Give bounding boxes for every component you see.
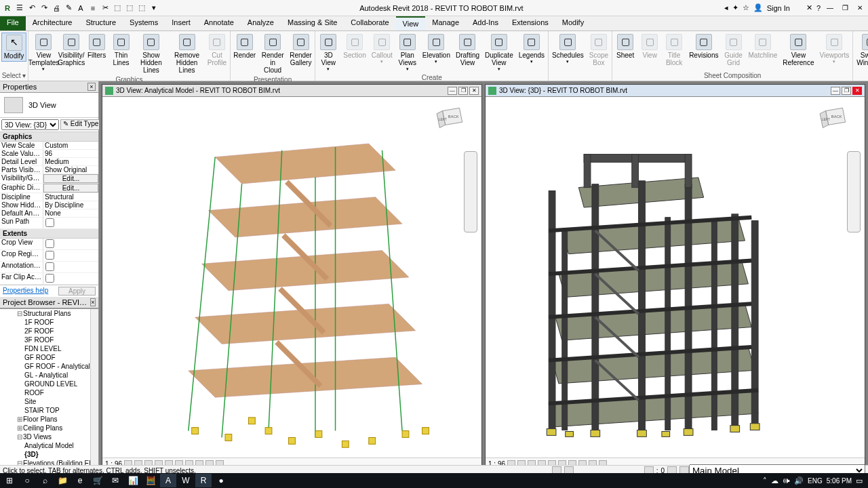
- edge-button[interactable]: e: [72, 474, 88, 487]
- prop-checkbox[interactable]: [45, 239, 54, 248]
- tab-architecture[interactable]: Architecture: [26, 16, 79, 30]
- signin-label[interactable]: Sign In: [767, 4, 790, 12]
- prop-row[interactable]: Crop Region V...: [0, 250, 98, 262]
- ribbon-btn-2-7[interactable]: ▢Legends▾: [517, 33, 547, 66]
- tree-item[interactable]: 2F ROOF: [8, 327, 98, 336]
- tree-item[interactable]: GL - Analytical: [8, 371, 98, 380]
- view-3d-canvas[interactable]: BACKLEFT: [486, 97, 865, 458]
- instance-selector[interactable]: 3D View: {3D}: [1, 119, 59, 130]
- prop-value[interactable]: By Discipline: [43, 201, 98, 209]
- tray-net-icon[interactable]: 🕪: [783, 476, 790, 485]
- ribbon-btn-3-0[interactable]: ▢Schedules▾: [550, 33, 586, 66]
- word-button[interactable]: W: [178, 474, 194, 487]
- prop-checkbox[interactable]: [45, 274, 54, 283]
- app-icon[interactable]: R: [3, 3, 12, 13]
- prop-row[interactable]: Far Clip Active: [0, 273, 98, 285]
- tree-item[interactable]: GF ROOF - Analytical: [8, 362, 98, 371]
- tree-item[interactable]: ⊞Floor Plans: [8, 415, 98, 424]
- tree-item[interactable]: GF ROOF: [8, 353, 98, 362]
- view-max-button[interactable]: ❐: [842, 87, 851, 95]
- tree-item[interactable]: Site: [8, 397, 98, 406]
- qat-open[interactable]: ☰: [15, 3, 24, 13]
- ribbon-btn-1-2[interactable]: ▢Render Gallery: [288, 33, 314, 68]
- star2-icon[interactable]: ☆: [743, 3, 749, 12]
- tab-extensions[interactable]: Extensions: [505, 16, 555, 30]
- view-min-button[interactable]: —: [831, 87, 840, 95]
- properties-help-link[interactable]: Properties help: [3, 287, 48, 296]
- qat-drop[interactable]: ▾: [149, 3, 159, 13]
- prop-value[interactable]: None: [43, 209, 98, 217]
- qat-11[interactable]: ⬚: [137, 3, 146, 13]
- navigation-bar[interactable]: [464, 151, 477, 232]
- prop-edit-button[interactable]: Edit...: [43, 174, 98, 183]
- tree-item[interactable]: {3D}: [8, 450, 98, 459]
- tab-analyze[interactable]: Analyze: [241, 16, 281, 30]
- tree-expand-icon[interactable]: ⊟: [16, 310, 23, 317]
- tab-view[interactable]: View: [396, 16, 426, 30]
- qat-align[interactable]: ≡: [88, 3, 98, 13]
- help-icon[interactable]: ?: [816, 4, 821, 12]
- tray-vol-icon[interactable]: 🔊: [794, 476, 804, 485]
- ribbon-btn-0-3[interactable]: ▢Thin Lines: [110, 33, 133, 68]
- tree-item[interactable]: GROUND LEVEL: [8, 380, 98, 388]
- qat-text[interactable]: A: [76, 3, 85, 13]
- prop-row[interactable]: Detail LevelMedium: [0, 158, 98, 166]
- view-min-button[interactable]: —: [448, 87, 457, 95]
- prop-value[interactable]: Custom: [43, 142, 98, 149]
- tree-expand-icon[interactable]: ⊞: [16, 424, 23, 432]
- browser-scrollbar[interactable]: [90, 309, 98, 473]
- tab-addins[interactable]: Add-Ins: [466, 16, 505, 30]
- prop-row[interactable]: Visibility/Grap...Edit...: [0, 174, 98, 184]
- system-tray[interactable]: ˄ ☁ 🕪 🔊 ENG 5:06 PM ▭: [763, 476, 867, 485]
- prop-row[interactable]: Parts VisibilityShow Original: [0, 166, 98, 174]
- tab-file[interactable]: File: [0, 16, 26, 30]
- search-button[interactable]: ⌕: [37, 474, 53, 487]
- tree-item[interactable]: 1F ROOF: [8, 318, 98, 327]
- ribbon-btn-4-0[interactable]: ▢Sheet: [614, 33, 637, 60]
- tab-modify[interactable]: Modify: [555, 16, 591, 30]
- tree-item[interactable]: ⊞Ceiling Plans: [8, 424, 98, 432]
- exchange-icon[interactable]: ✕: [806, 3, 812, 12]
- view-3d-titlebar[interactable]: 3D View: {3D} - REVIT TO ROBOT BIM.rvt —…: [486, 85, 865, 97]
- qat-undo[interactable]: ↶: [27, 3, 37, 13]
- prop-row[interactable]: Show Hidden ...By Discipline: [0, 201, 98, 209]
- tray-notif-icon[interactable]: ▭: [856, 476, 863, 485]
- ribbon-btn-0-0[interactable]: ▢View Templates▾: [30, 33, 58, 73]
- prop-row[interactable]: Crop View: [0, 239, 98, 250]
- qat-10[interactable]: ⬚: [125, 3, 134, 13]
- tree-item[interactable]: STAIR TOP: [8, 406, 98, 415]
- qat-redo[interactable]: ↷: [39, 3, 49, 13]
- edit-type-button[interactable]: ✎ Edit Type: [60, 119, 101, 130]
- prop-value[interactable]: Structural: [43, 193, 98, 201]
- project-browser[interactable]: ⊟Structural Plans1F ROOF2F ROOF3F ROOFFD…: [0, 308, 98, 473]
- tree-expand-icon[interactable]: ⊞: [16, 415, 23, 423]
- start-button[interactable]: ⊞: [1, 474, 18, 487]
- tab-massing[interactable]: Massing & Site: [281, 16, 344, 30]
- tree-item[interactable]: Analytical Model: [8, 441, 98, 450]
- view-max-button[interactable]: ❐: [458, 87, 468, 95]
- prop-row[interactable]: Scale Value 1:96: [0, 150, 98, 158]
- ribbon-btn-1-0[interactable]: ▢Render: [232, 33, 258, 60]
- prop-row[interactable]: DisciplineStructural: [0, 193, 98, 201]
- navigation-bar[interactable]: [847, 151, 861, 232]
- qat-measure[interactable]: ✎: [64, 3, 73, 13]
- prop-row[interactable]: Default Analys...None: [0, 209, 98, 218]
- ribbon-btn-0-4[interactable]: ▢Show Hidden Lines: [134, 33, 169, 75]
- prop-checkbox[interactable]: [45, 218, 54, 227]
- browser-close-icon[interactable]: ×: [90, 298, 96, 306]
- prop-row[interactable]: Graphic Displa...Edit...: [0, 184, 98, 193]
- close-button[interactable]: ✕: [854, 3, 865, 13]
- mail-button[interactable]: ✉: [107, 474, 123, 487]
- tab-structure[interactable]: Structure: [79, 16, 123, 30]
- prop-checkbox[interactable]: [45, 251, 54, 260]
- ribbon-btn-0-1[interactable]: ▢Visibility/ Graphics: [59, 33, 84, 68]
- ribbon-btn-2-6[interactable]: ▢Duplicate View▾: [483, 33, 515, 73]
- calc-button[interactable]: 🧮: [142, 474, 159, 487]
- properties-close-icon[interactable]: ×: [87, 83, 96, 91]
- ribbon-btn-0-5[interactable]: ▢Remove Hidden Lines: [170, 33, 204, 75]
- ribbon-btn-4-6[interactable]: ▢View Reference: [781, 33, 816, 68]
- properties-type-selector[interactable]: 3D View: [0, 93, 98, 118]
- autocad-button[interactable]: A: [160, 474, 176, 487]
- ribbon-btn-2-4[interactable]: ▢Elevation▾: [420, 33, 452, 66]
- view-analytical-canvas[interactable]: BACKLEFT: [102, 97, 481, 458]
